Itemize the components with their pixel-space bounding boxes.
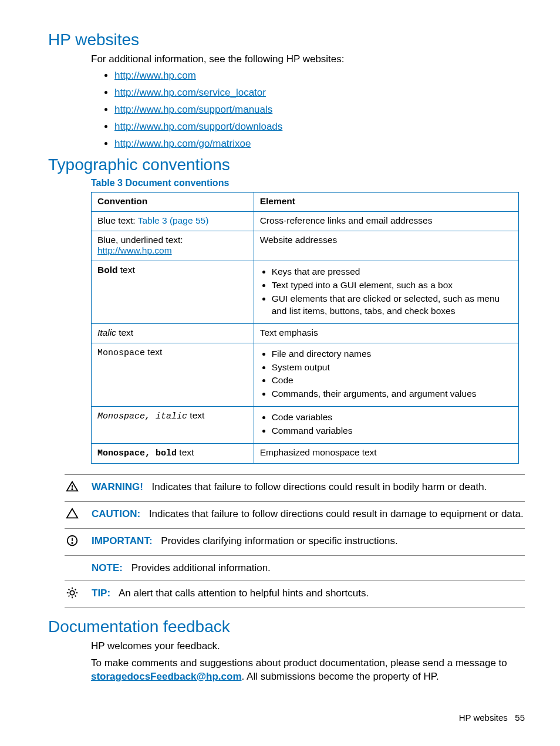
table-row: Bold text Keys that are pressed Text typ… (92, 261, 519, 323)
admon-text: Indicates that failure to follow directi… (152, 481, 487, 492)
list-item: Code variables (272, 411, 512, 424)
col-header-element: Element (254, 192, 518, 211)
elem-cell: Website addresses (254, 231, 518, 261)
hp-websites-intro: For additional information, see the foll… (91, 53, 519, 66)
list-item: http://www.hp.com/service_locator (114, 87, 519, 99)
list-item: File and directory names (272, 348, 512, 360)
footer-page-number: 55 (515, 713, 525, 723)
list-item: Text typed into a GUI element, such as a… (272, 279, 512, 292)
important-icon (65, 534, 92, 550)
tip-icon (65, 586, 92, 602)
table-row: Monospace, bold text Emphasized monospac… (92, 444, 519, 464)
table-row: Monospace text File and directory names … (92, 343, 519, 407)
list-item: http://www.hp.com (114, 70, 519, 82)
elem-cell: Code variables Command variables (254, 407, 518, 444)
list-item: http://www.hp.com/support/manuals (114, 104, 519, 116)
conv-cell: Bold text (92, 261, 254, 323)
warning-icon (65, 480, 92, 496)
admon-text: An alert that calls attention to helpful… (119, 588, 369, 599)
caution-admonition: CAUTION: Indicates that failure to follo… (65, 501, 525, 528)
hp-link[interactable]: http://www.hp.com/support/manuals (114, 104, 272, 115)
conv-cell: Italic text (92, 323, 254, 343)
svg-point-5 (70, 590, 74, 595)
warning-admonition: WARNING! Indicates that failure to follo… (65, 474, 525, 501)
hp-link[interactable]: http://www.hp.com/go/matrixoe (114, 138, 251, 149)
admon-label: CAUTION: (92, 508, 140, 519)
elem-cell: Emphasized monospace text (254, 444, 518, 464)
admon-label: WARNING! (92, 481, 143, 492)
conv-cell: Monospace, italic text (92, 407, 254, 444)
svg-line-13 (75, 589, 76, 590)
list-item: Command variables (272, 425, 512, 437)
hp-websites-link-list: http://www.hp.com http://www.hp.com/serv… (91, 70, 519, 150)
admon-text: Provides additional information. (131, 562, 271, 573)
section-heading-hp-websites: HP websites (48, 31, 525, 49)
caution-icon (65, 507, 92, 523)
note-admonition: NOTE: Provides additional information. (65, 555, 525, 580)
feedback-email-link[interactable]: storagedocsFeedback@hp.com (91, 671, 242, 682)
list-item: http://www.hp.com/support/downloads (114, 121, 519, 133)
col-header-convention: Convention (92, 192, 254, 211)
elem-cell: File and directory names System output C… (254, 343, 518, 407)
admon-label: NOTE: (92, 562, 123, 573)
hp-link[interactable]: http://www.hp.com/service_locator (114, 87, 266, 98)
conventions-table: Convention Element Blue text: Table 3 (p… (91, 192, 519, 464)
cross-ref-link[interactable]: Table 3 (page 55) (138, 215, 209, 225)
list-item: Keys that are pressed (272, 266, 512, 278)
page-footer: HP websites 55 (459, 713, 525, 723)
svg-line-11 (75, 596, 76, 597)
conv-cell: Monospace, bold text (92, 444, 254, 464)
table-caption: Table 3 Document conventions (91, 178, 519, 188)
conv-cell: Blue, underlined text: http://www.hp.com (92, 231, 254, 261)
table-row: Blue text: Table 3 (page 55) Cross-refer… (92, 211, 519, 231)
hp-link[interactable]: http://www.hp.com (114, 70, 196, 81)
svg-line-12 (69, 596, 70, 597)
section-heading-typographic: Typographic conventions (48, 156, 525, 174)
section-heading-feedback: Documentation feedback (48, 617, 525, 636)
important-admonition: IMPORTANT: Provides clarifying informati… (65, 528, 525, 555)
tip-admonition: TIP: An alert that calls attention to he… (65, 580, 525, 608)
admonitions-block: WARNING! Indicates that failure to follo… (65, 474, 525, 608)
list-item: http://www.hp.com/go/matrixoe (114, 138, 519, 150)
conv-cell: Blue text: Table 3 (page 55) (92, 211, 254, 231)
table-row: Italic text Text emphasis (92, 323, 519, 343)
svg-point-1 (72, 489, 72, 490)
conv-cell: Monospace text (92, 343, 254, 407)
admon-text: Indicates that failure to follow directi… (149, 508, 524, 519)
list-item: GUI elements that are clicked or selecte… (272, 293, 512, 318)
admon-text: Provides clarifying information or speci… (161, 535, 397, 546)
admon-label: IMPORTANT: (92, 535, 153, 546)
feedback-intro: HP welcomes your feedback. (91, 640, 519, 653)
table-row: Monospace, italic text Code variables Co… (92, 407, 519, 444)
feedback-body: To make comments and suggestions about p… (91, 657, 519, 684)
svg-point-4 (72, 543, 72, 544)
footer-section: HP websites (459, 713, 508, 723)
hp-link[interactable]: http://www.hp.com/support/downloads (114, 121, 282, 132)
elem-cell: Cross-reference links and email addresse… (254, 211, 518, 231)
list-item: Code (272, 374, 512, 387)
table-row: Blue, underlined text: http://www.hp.com… (92, 231, 519, 261)
list-item: Commands, their arguments, and argument … (272, 388, 512, 400)
admon-label: TIP: (92, 588, 110, 599)
elem-cell: Keys that are pressed Text typed into a … (254, 261, 518, 323)
list-item: System output (272, 362, 512, 374)
example-url-link[interactable]: http://www.hp.com (97, 245, 172, 255)
elem-cell: Text emphasis (254, 323, 518, 343)
svg-line-10 (69, 589, 70, 590)
